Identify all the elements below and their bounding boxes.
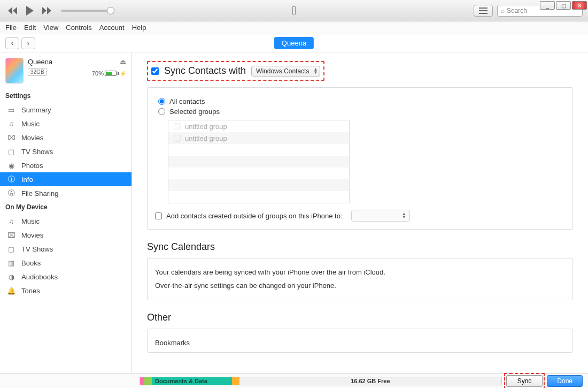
storage-seg-orange — [232, 377, 239, 385]
sidebar-item-ondevice-movies[interactable]: ⌧Movies — [0, 228, 131, 242]
sidebar-item-filesharing[interactable]: ⒶFile Sharing — [0, 186, 131, 200]
sidebar-item-tvshows[interactable]: ▢TV Shows — [0, 144, 131, 158]
sidebar-item-ondevice-music[interactable]: ♫Music — [0, 214, 131, 228]
tones-icon: 🔔 — [6, 286, 16, 295]
player-toolbar:  ⌕ Search — [0, 0, 588, 21]
search-placeholder: Search — [507, 7, 527, 14]
sidebar-item-music[interactable]: ♫Music — [0, 117, 131, 131]
apps-icon: Ⓐ — [6, 189, 16, 197]
tv-icon: ▢ — [6, 245, 16, 253]
storage-free-label: 16.62 GB Free — [239, 377, 501, 385]
sidebar-item-ondevice-tvshows[interactable]: ▢TV Shows — [0, 242, 131, 256]
menu-help[interactable]: Help — [132, 24, 146, 32]
ondevice-section-label: On My Device — [0, 200, 131, 214]
chevron-updown-icon: ▲▼ — [314, 68, 318, 74]
list-view-button[interactable] — [474, 5, 493, 17]
books-icon: ▥ — [6, 258, 16, 267]
menu-bar: File Edit View Controls Account Help — [0, 21, 588, 34]
storage-bar: Documents & Data 16.62 GB Free — [140, 377, 502, 385]
music-icon: ♫ — [6, 119, 16, 128]
all-contacts-radio[interactable]: All contacts — [158, 97, 565, 105]
volume-thumb[interactable] — [107, 7, 114, 14]
menu-controls[interactable]: Controls — [66, 24, 91, 32]
sync-contacts-title: Sync Contacts with — [164, 65, 246, 77]
sidebar-item-ondevice-tones[interactable]: 🔔Tones — [0, 284, 131, 298]
sync-highlight: Sync — [504, 373, 545, 389]
selected-groups-radio[interactable]: Selected groups — [158, 108, 565, 116]
capacity-badge: 32GB — [28, 68, 47, 76]
sidebar-item-info[interactable]: ⓘInfo — [0, 172, 131, 186]
calendars-line2: Over-the-air sync settings can be change… — [155, 279, 565, 293]
volume-slider[interactable] — [61, 10, 114, 12]
minimize-button[interactable]: _ — [540, 1, 555, 10]
summary-icon: ▭ — [6, 105, 16, 114]
next-button[interactable] — [40, 6, 55, 16]
device-header: Queena 32GB ⏏ 70% ⚡ — [0, 52, 131, 89]
info-icon: ⓘ — [6, 175, 16, 184]
storage-seg-docs: Documents & Data — [152, 377, 232, 385]
other-title: Other — [147, 312, 573, 323]
add-outside-row: Add contacts created outside of groups o… — [155, 210, 565, 222]
menu-edit[interactable]: Edit — [24, 24, 36, 32]
chevron-updown-icon: ▲▼ — [402, 212, 406, 219]
menu-file[interactable]: File — [5, 24, 17, 32]
bookmarks-label: Bookmarks — [155, 337, 565, 350]
sync-button[interactable]: Sync — [506, 375, 543, 387]
sidebar-item-movies[interactable]: ⌧Movies — [0, 131, 131, 144]
sidebar-item-ondevice-audiobooks[interactable]: ◑Audiobooks — [0, 270, 131, 284]
contacts-panel: All contacts Selected groups untitled gr… — [147, 87, 573, 230]
sidebar-item-ondevice-books[interactable]: ▥Books — [0, 256, 131, 270]
previous-button[interactable] — [5, 6, 20, 16]
group-row: untitled group — [168, 120, 349, 132]
nav-bar: ‹ › Queena — [0, 34, 588, 52]
group-row: untitled group — [168, 132, 349, 144]
calendars-line1: Your calendars are being synced with you… — [155, 266, 565, 279]
sidebar-item-photos[interactable]: ◉Photos — [0, 158, 131, 172]
maximize-button[interactable]: ▢ — [556, 1, 571, 10]
storage-seg-pink — [140, 377, 144, 385]
search-icon: ⌕ — [501, 7, 505, 14]
done-button[interactable]: Done — [547, 375, 583, 387]
sync-contacts-select[interactable]: Windows Contacts ▲▼ — [251, 66, 320, 77]
calendars-panel: Your calendars are being synced with you… — [147, 258, 573, 300]
sync-calendars-title: Sync Calendars — [147, 241, 573, 253]
audiobooks-icon: ◑ — [6, 272, 16, 281]
device-thumbnail-icon — [5, 58, 24, 83]
apple-logo-icon:  — [292, 4, 296, 18]
tv-icon: ▢ — [6, 147, 16, 156]
eject-icon[interactable]: ⏏ — [120, 58, 126, 66]
forward-button[interactable]: › — [21, 37, 35, 49]
sync-contacts-checkbox[interactable] — [151, 67, 159, 75]
content-area: Sync Contacts with Windows Contacts ▲▼ A… — [132, 52, 588, 373]
music-icon: ♫ — [6, 217, 16, 225]
sync-contacts-row: Sync Contacts with Windows Contacts ▲▼ — [147, 61, 324, 81]
back-button[interactable]: ‹ — [5, 37, 19, 49]
sidebar-item-summary[interactable]: ▭Summary — [0, 103, 131, 117]
menu-view[interactable]: View — [43, 24, 58, 32]
movies-icon: ⌧ — [6, 133, 16, 142]
battery-icon — [105, 71, 117, 76]
sidebar: Queena 32GB ⏏ 70% ⚡ Settings ▭Summary ♫M… — [0, 52, 132, 373]
battery-percent: 70% — [92, 70, 104, 77]
close-button[interactable]: ✕ — [572, 1, 587, 10]
battery-indicator: 70% ⚡ — [92, 70, 126, 77]
bottom-bar: Documents & Data 16.62 GB Free Sync Done — [0, 373, 588, 388]
add-outside-checkbox[interactable] — [155, 212, 162, 219]
add-outside-select[interactable]: ▲▼ — [351, 210, 410, 222]
device-tab[interactable]: Queena — [274, 37, 314, 49]
photos-icon: ◉ — [6, 161, 16, 170]
device-name: Queena — [28, 58, 88, 66]
groups-list: untitled group untitled group — [168, 120, 350, 203]
storage-seg-green — [144, 377, 152, 385]
settings-section-label: Settings — [0, 89, 131, 103]
menu-account[interactable]: Account — [99, 24, 125, 32]
other-panel: Bookmarks — [147, 329, 573, 353]
charging-icon: ⚡ — [120, 71, 126, 77]
add-outside-label: Add contacts created outside of groups o… — [166, 212, 343, 220]
play-button[interactable] — [24, 5, 36, 17]
window-controls: _ ▢ ✕ — [539, 0, 588, 11]
movies-icon: ⌧ — [6, 231, 16, 239]
